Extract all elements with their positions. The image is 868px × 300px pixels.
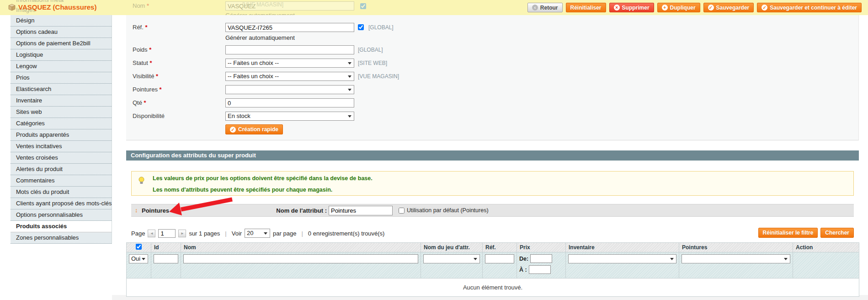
product-form: Réf. * [GLOBAL] Générer automatiquement … — [126, 15, 859, 140]
price-from-input[interactable] — [530, 254, 552, 263]
sidebar-item-categories[interactable]: Catégories — [11, 118, 112, 129]
sidebar-item-zones-personnalisables[interactable]: Zones personnalisables — [11, 232, 112, 244]
ref-auto-checkbox[interactable] — [358, 24, 364, 30]
attribute-name-field[interactable] — [329, 206, 393, 215]
price-to-input[interactable] — [529, 265, 551, 274]
view-label: Voir — [232, 230, 242, 237]
form-row-qte: Qté * — [126, 98, 858, 107]
sidebar-item-logistique[interactable]: Logistique — [11, 49, 112, 61]
statut-select[interactable]: -- Faites un choix -- — [225, 59, 354, 68]
sidebar-item-options-cadeau[interactable]: Options cadeau — [11, 27, 112, 38]
attr-set-filter-select[interactable] — [423, 254, 480, 263]
sidebar-item-lengow[interactable]: Lengow — [11, 61, 112, 72]
duplicate-button[interactable]: + Dupliquer — [657, 3, 700, 12]
filter-cell-nom — [181, 252, 421, 279]
filter-cell-id — [151, 252, 181, 279]
back-button[interactable]: ‹ Retour — [527, 3, 563, 12]
check-icon: ✓ — [230, 127, 236, 133]
notice-line: Les valeurs de prix pour les options doi… — [153, 176, 853, 182]
column-header-id[interactable]: Id — [151, 243, 181, 252]
statut-scope-label: [SITE WEB] — [358, 60, 387, 66]
sidebar-item-prios[interactable]: Prios — [11, 72, 112, 84]
sidebar-item-ventes-croisees[interactable]: Ventes croisées — [11, 152, 112, 164]
reset-filter-button[interactable]: Réinitialiser le filtre — [758, 228, 818, 238]
product-title: VASQUEZ (Chaussures) — [8, 3, 96, 11]
page-number-input[interactable] — [158, 229, 176, 238]
filter-cell-ref — [483, 252, 517, 279]
separator: | — [301, 230, 303, 237]
column-header-inventaire[interactable]: Inventaire — [566, 243, 679, 252]
sidebar-item-clients-mots-cles[interactable]: Clients ayant proposé des mots-clés — [11, 198, 112, 209]
header-band: Informations méta Images Nom * Générer a… — [0, 0, 868, 15]
filter-cell-select: Oui — [127, 252, 151, 279]
grid-empty-row: Aucun élément trouvé. — [127, 279, 859, 297]
column-header-attr-set[interactable]: Nom du jeu d'attr. — [421, 243, 483, 252]
price-from-label: De: — [519, 256, 528, 262]
notice-box: Les valeurs de prix pour les options doi… — [131, 171, 854, 196]
sidebar-item-inventaire[interactable]: Inventaire — [11, 95, 112, 107]
disponibilite-select[interactable]: En stock — [225, 112, 354, 121]
filter-cell-inventaire — [566, 252, 679, 279]
form-row-pointures: Pointures * — [126, 85, 858, 94]
sidebar-item-elasticsearch[interactable]: Elasticsearch — [11, 84, 112, 95]
save-continue-button[interactable]: ✓ Sauvegarder et continuer à éditer — [757, 3, 862, 12]
sidebar-item-alertes[interactable]: Alertes du produit — [11, 164, 112, 175]
lightbulb-icon — [138, 177, 145, 184]
dropdown-arrow-icon — [348, 89, 351, 91]
dropdown-arrow-icon — [348, 115, 351, 118]
quick-create-button[interactable]: ✓ Création rapide — [225, 124, 283, 134]
column-header-nom[interactable]: Nom — [181, 243, 421, 252]
select-all-header — [127, 243, 151, 252]
selected-filter-select[interactable]: Oui — [129, 254, 148, 263]
column-header-ref[interactable]: Réf. — [483, 243, 517, 252]
check-icon: ✓ — [761, 5, 767, 11]
delete-button[interactable]: × Supprimer — [609, 3, 654, 12]
ref-field[interactable] — [225, 23, 354, 32]
search-button[interactable]: Chercher — [820, 228, 854, 238]
attribute-name-label: Nom de l'attribut : — [272, 207, 327, 214]
section-header: Configuration des attributs du super pro… — [126, 150, 859, 161]
notice-line: Les noms d'attributs peuvent être spécif… — [153, 187, 853, 193]
sidebar-item-produits-apparentes[interactable]: Produits apparentés — [11, 129, 112, 141]
poids-field[interactable] — [225, 45, 354, 54]
sidebar-item-commentaires[interactable]: Commentaires — [11, 175, 112, 187]
pointures-select[interactable] — [225, 85, 354, 94]
sidebar-item-options-personnalisables[interactable]: Options personnalisables — [11, 209, 112, 221]
per-page-select[interactable]: 20 — [245, 229, 270, 238]
price-to-label: À : — [519, 267, 527, 273]
grid-header-row: Id Nom Nom du jeu d'attr. Réf. Prix Inve… — [127, 243, 859, 252]
sidebar-tabs: Désign Options cadeau Options de paiemen… — [11, 15, 112, 244]
field-label-statut: Statut * — [133, 59, 152, 68]
filter-cell-prix: De: À : — [517, 252, 566, 279]
prev-page-button[interactable]: ◄ — [148, 230, 155, 237]
nom-scope-label: [VUE MAGASIN] — [242, 1, 283, 8]
next-page-button[interactable]: ► — [178, 230, 186, 237]
visibilite-select[interactable]: -- Faites un choix -- — [225, 72, 354, 81]
sidebar-item-design[interactable]: Désign — [11, 15, 112, 27]
sidebar-item-mots-cles[interactable]: Mots clés du produit — [11, 187, 112, 198]
filter-cell-pointures — [679, 252, 793, 279]
super-attribute-row: ↕ Pointures Nom de l'attribut : Utilisat… — [131, 204, 854, 217]
column-header-pointures[interactable]: Pointures — [679, 243, 793, 252]
grid-filter-row: Oui De: À : — [127, 252, 859, 279]
column-header-prix[interactable]: Prix — [517, 243, 566, 252]
id-filter-input[interactable] — [154, 254, 178, 263]
sidebar-item-produits-associes[interactable]: Produits associés — [11, 221, 112, 232]
save-button[interactable]: ✓ Sauvegarder — [703, 3, 754, 12]
sidebar-item-sites-web[interactable]: Sites web — [11, 107, 112, 118]
ref-filter-input[interactable] — [485, 254, 514, 263]
sidebar-item-ventes-incitatives[interactable]: Ventes incitatives — [11, 141, 112, 152]
nom-filter-input[interactable] — [183, 254, 418, 263]
dropdown-arrow-icon — [348, 62, 351, 64]
field-label-nom: Nom * — [133, 2, 149, 9]
use-default-checkbox[interactable] — [399, 208, 405, 214]
qte-field[interactable] — [225, 98, 354, 107]
pointures-filter-select[interactable] — [682, 254, 790, 263]
nom-auto-checkbox[interactable] — [360, 3, 366, 9]
drag-handle-icon[interactable]: ↕ — [135, 207, 138, 214]
select-all-checkbox[interactable] — [136, 244, 142, 250]
form-row-poids: Poids * [GLOBAL] — [126, 45, 858, 54]
inventaire-filter-select[interactable] — [568, 254, 676, 263]
sidebar-item-options-paiement[interactable]: Options de paiement Be2bill — [11, 38, 112, 49]
reset-button[interactable]: Réinitialiser — [566, 3, 606, 12]
